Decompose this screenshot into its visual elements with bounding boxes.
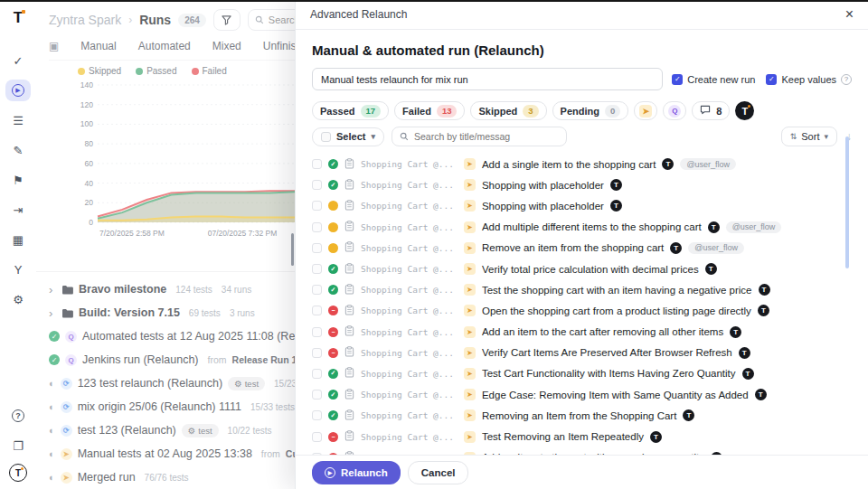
tab-mixed[interactable]: Mixed: [212, 40, 241, 52]
test-checkbox[interactable]: [312, 285, 322, 295]
filter-chip-pending[interactable]: Pending0: [552, 101, 629, 120]
test-checkbox[interactable]: [312, 264, 322, 274]
list-check-icon[interactable]: ☰: [5, 109, 31, 131]
breadcrumb-parent[interactable]: Zyntra Spark: [49, 13, 121, 27]
legend-item: Failed: [192, 66, 227, 76]
test-checkbox[interactable]: [312, 369, 322, 379]
run-row[interactable]: ◐⟳mix origin 25/06 (Relaunch) 111115/33 …: [36, 395, 307, 418]
test-row[interactable]: −Shopping Cart @...➤Open the shopping ca…: [312, 300, 852, 321]
option-checkbox-create-new-run[interactable]: ✓Create new run: [672, 74, 755, 85]
run-row[interactable]: ✓QJenkins run (Relaunch)fromRelease Run …: [36, 348, 307, 371]
branch-icon[interactable]: Y: [5, 259, 31, 280]
filter-chip-comments[interactable]: 8: [692, 101, 730, 120]
test-row[interactable]: −Shopping Cart @...➤Verify Cart Items Ar…: [312, 343, 852, 363]
assignee-avatar[interactable]: T: [705, 263, 717, 275]
test-checkbox[interactable]: [312, 306, 322, 315]
test-checkbox[interactable]: [312, 432, 322, 442]
status-passed-icon: ✓: [49, 354, 60, 365]
test-row[interactable]: Shopping Cart @...➤Shopping with placeho…: [312, 195, 852, 216]
tab-automated[interactable]: Automated: [138, 40, 191, 52]
test-checkbox[interactable]: [312, 159, 322, 169]
run-row[interactable]: ›Bravo milestone124 tests34 runs: [36, 277, 307, 301]
run-name-input[interactable]: [312, 68, 663, 90]
assignee-avatar[interactable]: T: [758, 305, 769, 316]
tests-search[interactable]: [392, 127, 567, 146]
assignee-avatar[interactable]: T: [650, 431, 662, 443]
clipboard-icon: [344, 428, 354, 445]
user-avatar[interactable]: T: [9, 464, 27, 482]
auto-run-icon: Q: [65, 354, 77, 366]
reports-icon[interactable]: ▦: [5, 229, 31, 250]
test-checkbox[interactable]: [312, 180, 322, 190]
wand-icon[interactable]: ✎: [5, 139, 31, 161]
test-checkbox[interactable]: [312, 348, 322, 358]
assignee-avatar[interactable]: T: [683, 409, 694, 421]
test-row[interactable]: ✓Shopping Cart @...➤Verify total price c…: [312, 259, 852, 279]
run-row[interactable]: ✓QAutomated tests at 12 Aug 2025 11:08 (…: [36, 324, 307, 348]
select-all-icon[interactable]: ▣: [49, 40, 59, 52]
test-row[interactable]: ✓Shopping Cart @...➤Shopping with placeh…: [312, 174, 852, 195]
page-scrollbar[interactable]: [291, 233, 294, 266]
test-checkbox[interactable]: [312, 222, 322, 232]
assignee-avatar[interactable]: T: [662, 158, 674, 170]
chevron-right-icon[interactable]: ›: [49, 306, 56, 320]
assignee-avatar[interactable]: T: [610, 179, 622, 191]
assignee-avatar[interactable]: T: [670, 242, 682, 254]
search-icon: [400, 132, 409, 141]
sort-button[interactable]: ⇅ Sort ▾: [781, 127, 837, 146]
select-dropdown[interactable]: Select ▾: [312, 127, 384, 146]
import-icon[interactable]: ⇥: [5, 199, 31, 221]
owner-avatar[interactable]: T: [735, 101, 754, 120]
filter-chip-skipped[interactable]: Skipped3: [470, 101, 546, 120]
help-icon[interactable]: ?: [5, 405, 31, 427]
test-row[interactable]: −Shopping Cart @...➤Test Removing an Ite…: [312, 426, 852, 447]
tests-search-input[interactable]: [414, 131, 559, 142]
test-checkbox[interactable]: [312, 410, 322, 420]
test-checkbox[interactable]: [312, 327, 322, 337]
test-row[interactable]: ✓Shopping Cart @...➤Add a single item to…: [312, 154, 852, 174]
relaunch-button[interactable]: ▶ Relaunch: [312, 461, 401, 484]
cancel-button[interactable]: Cancel: [408, 461, 469, 484]
run-row[interactable]: ◐⟳123 test relaunch (Relaunch)⚙test15/23…: [36, 371, 307, 395]
filter-chip-manual[interactable]: ➤: [634, 101, 657, 120]
filter-chip-failed[interactable]: Failed13: [394, 101, 465, 120]
test-row[interactable]: Shopping Cart @...➤Add multiple differen…: [312, 217, 852, 238]
test-row[interactable]: Shopping Cart @...➤Remove an item from t…: [312, 238, 852, 259]
test-row[interactable]: ✓Shopping Cart @...➤Removing an Item fro…: [312, 405, 852, 426]
run-row[interactable]: ◐⟳test 123 (Relaunch)⚙test10/22 tests: [36, 418, 307, 442]
test-checkbox[interactable]: [312, 201, 322, 211]
test-row[interactable]: ✓Shopping Cart @...➤Edge Case: Removing …: [312, 384, 852, 405]
run-row[interactable]: ◐➤Merged run76/76 tests: [36, 465, 307, 489]
settings-icon[interactable]: ⚙: [5, 288, 31, 310]
assignee-avatar[interactable]: T: [610, 200, 622, 212]
test-row[interactable]: −Shopping Cart @...➤Add an item to the c…: [312, 322, 852, 343]
filter-chip-automated[interactable]: Q: [663, 101, 686, 120]
filter-chip-passed[interactable]: Passed17: [312, 101, 389, 120]
assignee-avatar[interactable]: T: [708, 221, 720, 233]
assignee-avatar[interactable]: T: [730, 326, 741, 338]
milestone-icon[interactable]: ⚑: [5, 169, 31, 191]
app-logo[interactable]: T: [14, 9, 23, 27]
tests-scrollbar[interactable]: [845, 136, 849, 268]
test-row[interactable]: ✓Shopping Cart @...➤Test Cart Functional…: [312, 363, 852, 384]
run-row[interactable]: ›Build: Version 7.1569 tests3 runs: [36, 301, 307, 324]
assignee-avatar[interactable]: T: [759, 284, 770, 296]
test-checkbox[interactable]: [312, 243, 322, 253]
clipboard-icon: [344, 408, 354, 424]
tab-manual[interactable]: Manual: [80, 40, 116, 52]
run-row[interactable]: ◐➤Manual tests at 02 Aug 2025 13:38fromC…: [36, 442, 307, 465]
filter-button[interactable]: [213, 9, 241, 31]
test-row[interactable]: ✓Shopping Cart @...➤Test the shopping ca…: [312, 279, 852, 300]
option-checkbox-keep-values[interactable]: ✓Keep values?: [766, 74, 852, 85]
close-icon[interactable]: ×: [845, 7, 854, 22]
manual-test-icon: ➤: [464, 200, 476, 212]
assignee-avatar[interactable]: T: [755, 389, 767, 400]
assignee-avatar[interactable]: T: [742, 368, 754, 380]
chevron-right-icon[interactable]: ›: [49, 283, 56, 296]
assignee-avatar[interactable]: T: [739, 347, 750, 359]
help-icon[interactable]: ?: [841, 74, 852, 85]
folders-icon[interactable]: ❐: [5, 435, 31, 456]
runs-icon[interactable]: ▶: [5, 80, 31, 101]
test-checkbox[interactable]: [312, 390, 322, 400]
check-icon[interactable]: ✓: [5, 50, 31, 71]
